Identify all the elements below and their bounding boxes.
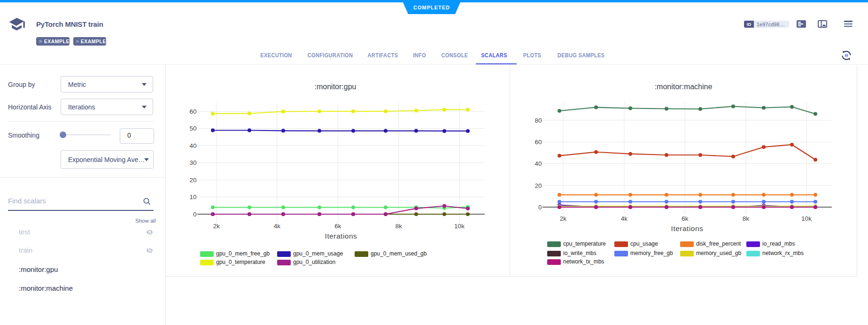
- svg-text:4k: 4k: [274, 223, 281, 230]
- svg-text:80: 80: [535, 117, 542, 124]
- svg-text:6k: 6k: [334, 223, 341, 230]
- svg-text:50: 50: [189, 125, 196, 132]
- svg-text:60: 60: [535, 139, 542, 146]
- svg-text:6k: 6k: [682, 215, 689, 222]
- svg-text:40: 40: [189, 142, 196, 149]
- svg-text:20: 20: [189, 177, 196, 184]
- svg-text:2k: 2k: [213, 223, 220, 230]
- svg-text:60: 60: [189, 108, 196, 115]
- svg-text:20: 20: [535, 182, 542, 189]
- svg-text:Iterations: Iterations: [325, 232, 357, 240]
- svg-text:40: 40: [535, 160, 542, 167]
- svg-text:10: 10: [189, 193, 196, 201]
- svg-text:Iterations: Iterations: [671, 224, 704, 232]
- svg-text:0: 0: [538, 204, 542, 211]
- svg-text:2k: 2k: [560, 215, 567, 222]
- svg-text:30: 30: [189, 159, 196, 166]
- svg-text:10k: 10k: [454, 223, 465, 230]
- svg-text:4k: 4k: [621, 215, 628, 222]
- svg-text:0: 0: [193, 211, 197, 218]
- svg-text::monitor:machine: :monitor:machine: [655, 83, 713, 91]
- svg-text:10k: 10k: [801, 215, 812, 222]
- svg-text::monitor:gpu: :monitor:gpu: [315, 83, 356, 91]
- svg-text:8k: 8k: [743, 215, 750, 222]
- svg-text:8k: 8k: [395, 223, 403, 230]
